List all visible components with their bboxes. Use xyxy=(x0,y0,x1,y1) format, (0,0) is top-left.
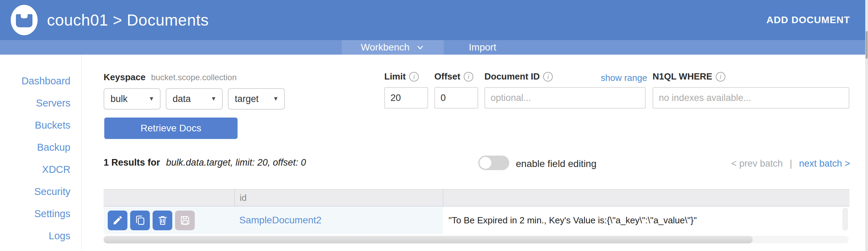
n1ql-where-input[interactable] xyxy=(653,87,849,109)
row-id-cell: SampleDocument2 xyxy=(234,206,443,234)
enable-field-editing-toggle[interactable] xyxy=(478,156,509,170)
horizontal-scrollbar-thumb[interactable] xyxy=(104,236,753,243)
show-range-link[interactable]: show range xyxy=(601,73,647,83)
scope-select[interactable]: data ▼ xyxy=(166,88,223,110)
enable-field-editing-label: enable field editing xyxy=(516,158,597,169)
documents-table: id xyxy=(104,189,849,234)
retrieve-docs-button[interactable]: Retrieve Docs xyxy=(104,118,238,139)
nav-tabs: Workbench Import xyxy=(342,40,521,55)
save-document-button[interactable] xyxy=(175,211,195,230)
sidebar-item-backup[interactable]: Backup xyxy=(0,136,81,158)
pencil-icon xyxy=(112,215,123,226)
n1ql-where-label: N1QL WHERE i xyxy=(653,71,725,82)
value-column-header xyxy=(443,189,849,206)
row-value-cell: "To Be Expired in 2 min., Key's Value is… xyxy=(443,206,849,234)
collection-select-value: target xyxy=(235,94,259,104)
limit-label-text: Limit xyxy=(384,71,406,82)
offset-input[interactable] xyxy=(434,87,478,109)
info-icon[interactable]: i xyxy=(716,72,725,82)
secondary-nav-bar: Workbench Import xyxy=(0,40,868,55)
bucket-select[interactable]: bulk ▼ xyxy=(104,88,161,110)
tab-workbench-label: Workbench xyxy=(361,42,409,53)
sidebar: Dashboard Servers Buckets Backup XDCR Se… xyxy=(0,55,82,251)
tab-import-label: Import xyxy=(469,42,496,53)
actions-column-header xyxy=(104,189,234,206)
delete-document-button[interactable] xyxy=(153,211,172,230)
document-id-label-text: Document ID xyxy=(484,71,540,82)
cell-vertical-scrollbar[interactable] xyxy=(842,208,848,231)
chevron-down-icon xyxy=(416,43,425,52)
limit-input[interactable] xyxy=(384,87,428,109)
batch-navigation: < prev batch | next batch > xyxy=(731,158,850,169)
trash-icon xyxy=(157,215,168,226)
document-id-link[interactable]: SampleDocument2 xyxy=(239,215,321,226)
caret-down-icon: ▼ xyxy=(148,95,154,102)
keyspace-hint: bucket.scope.collection xyxy=(151,73,237,82)
keyspace-label: Keyspace bucket.scope.collection xyxy=(104,72,237,83)
limit-label: Limit i xyxy=(384,71,419,82)
collection-select[interactable]: target ▼ xyxy=(228,88,285,110)
add-document-button[interactable]: ADD DOCUMENT xyxy=(766,15,850,26)
table-horizontal-scrollbar[interactable] xyxy=(104,236,849,243)
tab-workbench[interactable]: Workbench xyxy=(342,40,444,55)
scope-select-value: data xyxy=(173,94,191,104)
copy-icon xyxy=(135,215,146,226)
document-value-text: "To Be Expired in 2 min., Key's Value is… xyxy=(449,215,697,226)
results-count: 1 Results for xyxy=(104,157,160,168)
save-icon xyxy=(180,215,191,226)
edit-document-button[interactable] xyxy=(108,211,127,230)
batch-separator: | xyxy=(790,158,792,169)
couchbase-documents-page: couch01 > Documents ADD DOCUMENT Workben… xyxy=(0,0,868,251)
keyspace-label-text: Keyspace xyxy=(104,72,145,83)
sidebar-item-logs[interactable]: Logs xyxy=(0,225,81,247)
info-icon[interactable]: i xyxy=(464,72,473,82)
document-id-input[interactable] xyxy=(484,87,646,109)
couchbase-logo-icon xyxy=(10,4,38,36)
top-header-bar: couch01 > Documents ADD DOCUMENT xyxy=(0,0,868,40)
sidebar-item-dashboard[interactable]: Dashboard xyxy=(0,70,81,92)
offset-label: Offset i xyxy=(434,71,473,82)
page-scrollbar-thumb[interactable] xyxy=(866,31,868,59)
toggle-knob xyxy=(480,157,491,169)
caret-down-icon: ▼ xyxy=(211,95,216,102)
info-icon[interactable]: i xyxy=(409,72,419,82)
n1ql-where-label-text: N1QL WHERE xyxy=(653,71,712,82)
sidebar-item-settings[interactable]: Settings xyxy=(0,203,81,225)
sidebar-item-servers[interactable]: Servers xyxy=(0,92,81,114)
table-row: SampleDocument2 "To Be Expired in 2 min.… xyxy=(104,206,849,234)
table-header-row: id xyxy=(104,189,849,206)
results-summary: 1 Results for bulk.data.target, limit: 2… xyxy=(104,157,306,168)
next-batch-link[interactable]: next batch > xyxy=(799,158,850,169)
sidebar-item-buckets[interactable]: Buckets xyxy=(0,114,81,136)
copy-document-button[interactable] xyxy=(130,211,150,230)
results-query-detail: bulk.data.target, limit: 20, offset: 0 xyxy=(166,157,306,168)
prev-batch-link[interactable]: < prev batch xyxy=(731,158,783,169)
page-title: couch01 > Documents xyxy=(47,11,209,29)
sidebar-item-security[interactable]: Security xyxy=(0,180,81,203)
page-scrollbar[interactable] xyxy=(865,0,868,251)
tab-import[interactable]: Import xyxy=(444,40,521,55)
row-actions-cell xyxy=(104,206,234,234)
document-id-label: Document ID i xyxy=(484,71,553,82)
sidebar-item-xdcr[interactable]: XDCR xyxy=(0,158,81,180)
caret-down-icon: ▼ xyxy=(273,95,279,102)
offset-label-text: Offset xyxy=(434,71,460,82)
id-column-header: id xyxy=(234,189,443,206)
info-icon[interactable]: i xyxy=(543,72,553,82)
bucket-select-value: bulk xyxy=(110,94,128,104)
